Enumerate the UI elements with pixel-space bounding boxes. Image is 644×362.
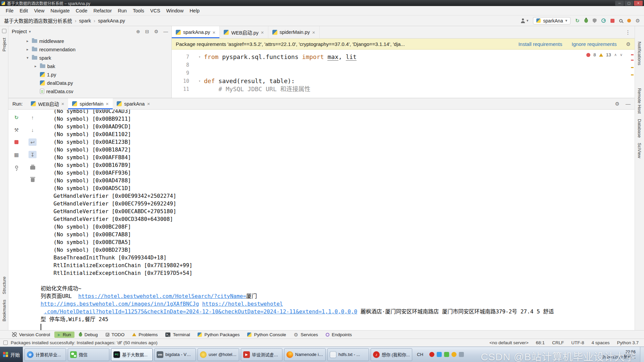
- editor-tab-spidermain.py[interactable]: spiderMain.py×: [268, 26, 320, 38]
- chat-tray-icon[interactable]: [437, 352, 442, 357]
- toolwindow-button-todo[interactable]: TODO: [102, 331, 128, 338]
- code-text[interactable]: from pyspark.sql.functions import max, l…: [204, 53, 357, 61]
- install-requirements-link[interactable]: Install requirements: [518, 41, 562, 47]
- console-link[interactable]: http://imgs.bestwehotel.com/images/inn/1…: [41, 301, 199, 307]
- toolwindow-button-debug[interactable]: Debug: [75, 331, 101, 338]
- chevron-collapsed-icon[interactable]: ▸: [25, 47, 30, 52]
- tree-item-spark[interactable]: ▾spark: [8, 54, 171, 62]
- taskbar-app-微信[interactable]: 微信: [68, 348, 109, 361]
- tree-item-recommendation[interactable]: ▸recommendation: [8, 45, 171, 54]
- rerun-button[interactable]: ↻: [575, 18, 580, 23]
- wechat-tray-icon[interactable]: [444, 352, 449, 357]
- menu-file[interactable]: File: [3, 8, 16, 13]
- tool-stripe-structure[interactable]: Structure: [2, 277, 7, 294]
- run-config-selector[interactable]: sparkAna ▾: [533, 17, 571, 24]
- taskbar-app-毕设测试虚拟...[interactable]: ▶毕设测试虚拟...: [241, 348, 282, 361]
- error-stripe[interactable]: [630, 50, 635, 98]
- start-button[interactable]: 开始: [0, 347, 23, 362]
- tree-item-dealdata.py[interactable]: dealData.py: [8, 79, 171, 87]
- music-tray-icon[interactable]: [429, 352, 434, 357]
- pin-tab-icon[interactable]: [12, 163, 20, 171]
- menu-tools[interactable]: Tools: [130, 8, 147, 13]
- stop-button[interactable]: [610, 19, 614, 23]
- language-indicator[interactable]: CH: [414, 352, 426, 357]
- menu-edit[interactable]: Edit: [16, 8, 31, 13]
- close-tab-icon[interactable]: ×: [261, 29, 264, 35]
- run-settings-icon[interactable]: ⚙: [615, 101, 620, 106]
- tool-stripe-sciview[interactable]: SciView: [637, 143, 642, 158]
- search-everywhere-button[interactable]: [619, 19, 623, 22]
- fold-marker-icon[interactable]: ▾: [195, 53, 204, 61]
- restore-layout-icon[interactable]: ▦: [12, 151, 20, 158]
- security-tray-icon[interactable]: [451, 352, 457, 357]
- down-stack-trace-icon[interactable]: ↓: [29, 126, 37, 133]
- close-tab-icon[interactable]: ×: [106, 101, 109, 107]
- status-item-4-spaces[interactable]: 4 spaces: [591, 340, 609, 345]
- menu-code[interactable]: Code: [73, 8, 91, 13]
- menu-run[interactable]: Run: [115, 8, 130, 13]
- maximize-button[interactable]: ▢: [625, 1, 633, 6]
- coverage-button[interactable]: [593, 18, 597, 23]
- run-tab-web启动[interactable]: WEB启动×: [27, 98, 68, 109]
- next-problem-icon[interactable]: ∨: [620, 53, 623, 57]
- code-text[interactable]: # MySQL JDBC URL 和连接属性: [204, 85, 311, 93]
- close-tab-icon[interactable]: ×: [213, 29, 216, 35]
- tree-item-bak[interactable]: ▸bak: [8, 62, 171, 70]
- settings-icon[interactable]: ⚙: [154, 29, 158, 34]
- menu-navigate[interactable]: Navigate: [48, 8, 73, 13]
- debug-button[interactable]: [584, 18, 588, 23]
- menu-vcs[interactable]: VCS: [147, 8, 163, 13]
- hide-run-panel-icon[interactable]: —: [626, 101, 631, 107]
- minimize-button[interactable]: ─: [615, 1, 624, 6]
- taskbar-app-bigdata---vm...[interactable]: vmbigdata - VM...: [154, 348, 196, 361]
- breadcrumb-item[interactable]: spark: [79, 18, 91, 23]
- breadcrumb-item[interactable]: 基于大数据的酒店数据分析系统: [4, 17, 72, 24]
- tool-stripe-remote-host[interactable]: Remote Host: [637, 88, 642, 114]
- console-link[interactable]: https://hotel.bestwehotel: [202, 301, 283, 307]
- soft-wrap-icon[interactable]: ↩: [29, 138, 37, 146]
- taskbar-app-基于大数据...[interactable]: PC基于大数据...: [111, 348, 153, 361]
- status-item-python-3.7[interactable]: Python 3.7: [617, 340, 639, 345]
- more-tabs-icon[interactable]: ⋮: [621, 29, 635, 36]
- tree-item-middleware[interactable]: ▸middleware: [8, 37, 171, 45]
- run-console[interactable]: (No symbol) [0x00C24AD3] (No symbol) [0x…: [41, 110, 635, 330]
- scroll-to-end-icon[interactable]: ↧: [29, 151, 37, 158]
- run-tab-spidermain[interactable]: spiderMain×: [68, 98, 113, 109]
- status-item-crlf[interactable]: CRLF: [552, 340, 564, 345]
- menu-window[interactable]: Window: [163, 8, 187, 13]
- inspections-widget[interactable]: 8 13 ∧ ∨: [586, 52, 623, 57]
- toolwindow-button-services[interactable]: ⚙Services: [290, 331, 321, 338]
- taskbar-app-namenode-inf...[interactable]: Namenode inf...: [284, 348, 326, 361]
- close-tab-icon[interactable]: ×: [312, 29, 315, 35]
- up-stack-trace-icon[interactable]: ↑: [29, 114, 37, 121]
- menu-refactor[interactable]: Refactor: [90, 8, 115, 13]
- toolwindow-button-version-control[interactable]: Version Control: [9, 331, 53, 338]
- clear-console-icon[interactable]: [29, 176, 37, 183]
- taskbar-app-想你-我和你...[interactable]: ♪想你 (我和你...: [371, 348, 412, 361]
- tool-stripe-database[interactable]: Database: [637, 119, 642, 138]
- user-menu[interactable]: ▾: [521, 18, 529, 23]
- banner-settings-icon[interactable]: ⚙: [626, 42, 631, 47]
- toolwindow-button-run[interactable]: ▶Run: [54, 331, 74, 338]
- console-link[interactable]: .com/HotelDetail?hotelId=112575&checkInD…: [44, 308, 357, 315]
- taskbar-app-hdfs.txt---...[interactable]: hdfs.txt - ...: [327, 348, 369, 361]
- modify-run-config-icon[interactable]: ⚒: [12, 126, 20, 133]
- hide-panel-icon[interactable]: —: [163, 29, 168, 34]
- stop-button[interactable]: [12, 138, 20, 146]
- close-tab-icon[interactable]: ×: [147, 101, 150, 107]
- menu-view[interactable]: View: [31, 8, 47, 13]
- editor-tab-web启动.py[interactable]: WEB启动.py×: [220, 26, 268, 38]
- status-item--no-default-server-[interactable]: <no default server>: [489, 340, 528, 345]
- close-button[interactable]: ×: [634, 1, 643, 6]
- updates-icon[interactable]: [627, 19, 631, 22]
- menu-help[interactable]: Help: [186, 8, 203, 13]
- select-opened-file-icon[interactable]: ⊕: [136, 29, 140, 34]
- project-toolwindow-icon[interactable]: [2, 29, 6, 33]
- rerun-button[interactable]: ↻: [12, 114, 20, 121]
- taskbar-app-user-hotels...[interactable]: user @hotels...: [198, 348, 239, 361]
- toolwindow-toggle-icon[interactable]: [3, 341, 8, 345]
- show-desktop-button[interactable]: [640, 347, 644, 362]
- toolwindow-button-problems[interactable]: Problems: [129, 331, 161, 338]
- collapse-all-icon[interactable]: ⊟: [145, 29, 149, 34]
- network-tray-icon[interactable]: [459, 352, 464, 357]
